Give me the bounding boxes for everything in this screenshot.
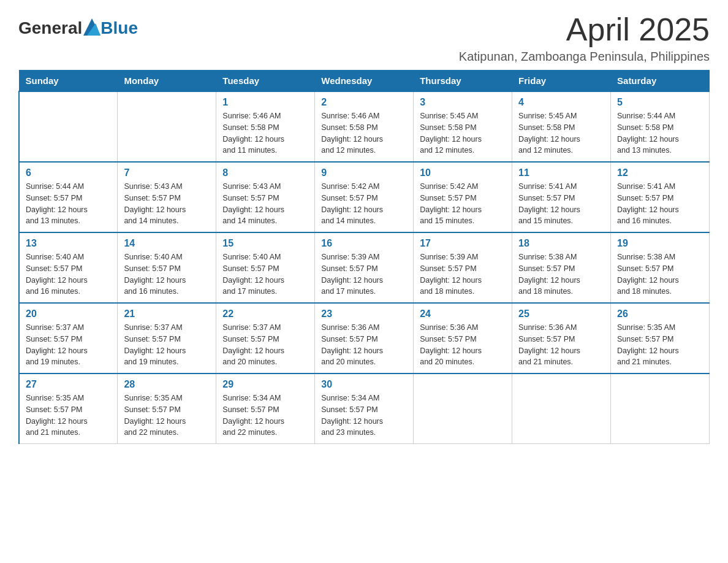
day-info: Sunrise: 5:34 AMSunset: 5:57 PMDaylight:… (222, 393, 308, 439)
day-number: 20 (26, 308, 111, 320)
calendar-cell: 23Sunrise: 5:36 AMSunset: 5:57 PMDayligh… (315, 303, 414, 373)
day-info: Sunrise: 5:35 AMSunset: 5:57 PMDaylight:… (26, 393, 111, 439)
calendar-cell: 4Sunrise: 5:45 AMSunset: 5:58 PMDaylight… (512, 91, 611, 162)
calendar-cell: 28Sunrise: 5:35 AMSunset: 5:57 PMDayligh… (118, 373, 216, 444)
day-info: Sunrise: 5:35 AMSunset: 5:57 PMDaylight:… (617, 322, 703, 368)
day-info: Sunrise: 5:43 AMSunset: 5:57 PMDaylight:… (222, 181, 308, 227)
calendar-cell: 13Sunrise: 5:40 AMSunset: 5:57 PMDayligh… (19, 232, 118, 303)
day-info: Sunrise: 5:38 AMSunset: 5:57 PMDaylight:… (518, 251, 604, 297)
calendar-week-row: 27Sunrise: 5:35 AMSunset: 5:57 PMDayligh… (19, 373, 710, 444)
day-info: Sunrise: 5:35 AMSunset: 5:57 PMDaylight:… (124, 393, 210, 439)
calendar-cell: 16Sunrise: 5:39 AMSunset: 5:57 PMDayligh… (315, 232, 414, 303)
day-number: 2 (321, 97, 407, 108)
day-number: 6 (26, 167, 111, 178)
day-number: 5 (617, 97, 703, 108)
calendar-cell: 10Sunrise: 5:42 AMSunset: 5:57 PMDayligh… (414, 162, 512, 232)
title-area: April 2025 Katipunan, Zamboanga Peninsul… (459, 12, 710, 64)
calendar-cell: 7Sunrise: 5:43 AMSunset: 5:57 PMDaylight… (118, 162, 216, 232)
day-number: 16 (321, 238, 407, 249)
day-number: 7 (124, 167, 210, 178)
day-number: 29 (222, 379, 308, 390)
calendar-week-row: 6Sunrise: 5:44 AMSunset: 5:57 PMDaylight… (19, 162, 710, 232)
calendar-cell: 3Sunrise: 5:45 AMSunset: 5:58 PMDaylight… (414, 91, 512, 162)
calendar-week-row: 20Sunrise: 5:37 AMSunset: 5:57 PMDayligh… (19, 303, 710, 373)
calendar-cell: 25Sunrise: 5:36 AMSunset: 5:57 PMDayligh… (512, 303, 611, 373)
day-info: Sunrise: 5:38 AMSunset: 5:57 PMDaylight:… (617, 251, 703, 297)
calendar-table: SundayMondayTuesdayWednesdayThursdayFrid… (18, 70, 710, 444)
calendar-cell: 5Sunrise: 5:44 AMSunset: 5:58 PMDaylight… (611, 91, 710, 162)
day-number: 1 (222, 97, 308, 108)
day-info: Sunrise: 5:46 AMSunset: 5:58 PMDaylight:… (222, 110, 308, 156)
calendar-cell: 30Sunrise: 5:34 AMSunset: 5:57 PMDayligh… (315, 373, 414, 444)
calendar-cell: 15Sunrise: 5:40 AMSunset: 5:57 PMDayligh… (216, 232, 315, 303)
day-info: Sunrise: 5:40 AMSunset: 5:57 PMDaylight:… (222, 251, 308, 297)
calendar-cell: 6Sunrise: 5:44 AMSunset: 5:57 PMDaylight… (19, 162, 118, 232)
month-title: April 2025 (459, 12, 710, 47)
logo-blue-text: Blue (100, 18, 138, 38)
day-number: 26 (617, 308, 703, 320)
logo: General Blue (18, 18, 138, 38)
calendar-cell (512, 373, 611, 444)
calendar-cell: 8Sunrise: 5:43 AMSunset: 5:57 PMDaylight… (216, 162, 315, 232)
day-info: Sunrise: 5:34 AMSunset: 5:57 PMDaylight:… (321, 393, 407, 439)
day-info: Sunrise: 5:40 AMSunset: 5:57 PMDaylight:… (26, 251, 111, 297)
day-number: 28 (124, 379, 210, 390)
day-number: 11 (518, 167, 604, 178)
header-tuesday: Tuesday (216, 71, 315, 92)
header-monday: Monday (118, 71, 216, 92)
calendar-cell: 14Sunrise: 5:40 AMSunset: 5:57 PMDayligh… (118, 232, 216, 303)
day-info: Sunrise: 5:45 AMSunset: 5:58 PMDaylight:… (420, 110, 506, 156)
calendar-cell: 20Sunrise: 5:37 AMSunset: 5:57 PMDayligh… (19, 303, 118, 373)
calendar-cell: 21Sunrise: 5:37 AMSunset: 5:57 PMDayligh… (118, 303, 216, 373)
day-info: Sunrise: 5:44 AMSunset: 5:58 PMDaylight:… (617, 110, 703, 156)
calendar-cell (414, 373, 512, 444)
calendar-cell: 12Sunrise: 5:41 AMSunset: 5:57 PMDayligh… (611, 162, 710, 232)
day-number: 22 (222, 308, 308, 320)
day-number: 13 (26, 238, 111, 249)
logo-general-text: General (18, 18, 82, 38)
calendar-cell (118, 91, 216, 162)
day-number: 19 (617, 238, 703, 249)
calendar-cell: 1Sunrise: 5:46 AMSunset: 5:58 PMDaylight… (216, 91, 315, 162)
logo-icon (83, 18, 100, 36)
calendar-cell: 29Sunrise: 5:34 AMSunset: 5:57 PMDayligh… (216, 373, 315, 444)
day-info: Sunrise: 5:46 AMSunset: 5:58 PMDaylight:… (321, 110, 407, 156)
calendar-cell: 9Sunrise: 5:42 AMSunset: 5:57 PMDaylight… (315, 162, 414, 232)
day-info: Sunrise: 5:42 AMSunset: 5:57 PMDaylight:… (321, 181, 407, 227)
day-number: 15 (222, 238, 308, 249)
calendar-cell: 26Sunrise: 5:35 AMSunset: 5:57 PMDayligh… (611, 303, 710, 373)
calendar-cell: 24Sunrise: 5:36 AMSunset: 5:57 PMDayligh… (414, 303, 512, 373)
day-number: 3 (420, 97, 506, 108)
day-number: 9 (321, 167, 407, 178)
day-info: Sunrise: 5:39 AMSunset: 5:57 PMDaylight:… (420, 251, 506, 297)
day-info: Sunrise: 5:41 AMSunset: 5:57 PMDaylight:… (617, 181, 703, 227)
header-thursday: Thursday (414, 71, 512, 92)
day-number: 21 (124, 308, 210, 320)
day-number: 8 (222, 167, 308, 178)
day-info: Sunrise: 5:44 AMSunset: 5:57 PMDaylight:… (26, 181, 111, 227)
calendar-cell: 11Sunrise: 5:41 AMSunset: 5:57 PMDayligh… (512, 162, 611, 232)
header-sunday: Sunday (19, 71, 118, 92)
day-info: Sunrise: 5:37 AMSunset: 5:57 PMDaylight:… (222, 322, 308, 368)
day-info: Sunrise: 5:37 AMSunset: 5:57 PMDaylight:… (124, 322, 210, 368)
calendar-cell (611, 373, 710, 444)
day-number: 30 (321, 379, 407, 390)
calendar-cell: 22Sunrise: 5:37 AMSunset: 5:57 PMDayligh… (216, 303, 315, 373)
calendar-cell: 19Sunrise: 5:38 AMSunset: 5:57 PMDayligh… (611, 232, 710, 303)
day-number: 17 (420, 238, 506, 249)
header-saturday: Saturday (611, 71, 710, 92)
day-info: Sunrise: 5:40 AMSunset: 5:57 PMDaylight:… (124, 251, 210, 297)
day-number: 12 (617, 167, 703, 178)
day-info: Sunrise: 5:45 AMSunset: 5:58 PMDaylight:… (518, 110, 604, 156)
calendar-cell: 27Sunrise: 5:35 AMSunset: 5:57 PMDayligh… (19, 373, 118, 444)
calendar-cell: 17Sunrise: 5:39 AMSunset: 5:57 PMDayligh… (414, 232, 512, 303)
day-number: 18 (518, 238, 604, 249)
day-number: 10 (420, 167, 506, 178)
calendar-header-row: SundayMondayTuesdayWednesdayThursdayFrid… (19, 71, 710, 92)
page-header: General Blue April 2025 Katipunan, Zambo… (18, 12, 710, 64)
day-info: Sunrise: 5:42 AMSunset: 5:57 PMDaylight:… (420, 181, 506, 227)
calendar-cell (19, 91, 118, 162)
location-title: Katipunan, Zamboanga Peninsula, Philippi… (459, 50, 710, 64)
header-wednesday: Wednesday (315, 71, 414, 92)
day-number: 14 (124, 238, 210, 249)
